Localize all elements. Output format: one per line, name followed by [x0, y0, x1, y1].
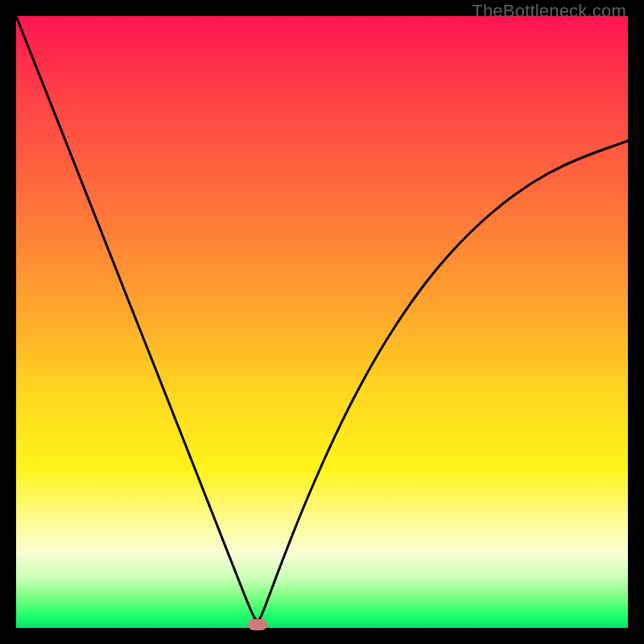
watermark-text: TheBottleneck.com — [472, 1, 626, 22]
chart-frame — [16, 16, 628, 628]
minimum-marker — [248, 619, 267, 630]
bottleneck-curve — [16, 16, 628, 628]
